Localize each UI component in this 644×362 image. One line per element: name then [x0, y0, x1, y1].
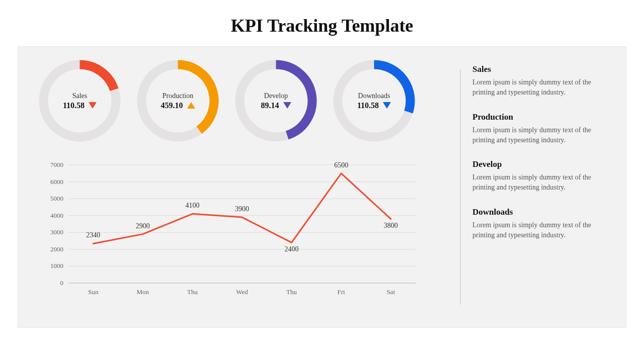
- x-tick-label: Sat: [386, 288, 395, 296]
- x-tick-label: Wed: [236, 288, 248, 296]
- gauge-label: Develop: [264, 92, 288, 100]
- trend-down-icon: [89, 102, 97, 109]
- side-text: Lorem ipsum is simply dummy text of the …: [472, 77, 611, 98]
- data-point-label: 6500: [334, 161, 348, 169]
- vertical-divider: [460, 69, 461, 305]
- y-tick-label: 0: [60, 279, 64, 287]
- data-point-label: 2400: [285, 245, 299, 253]
- dashboard-panel: Sales 110.58 Production 459.10: [18, 46, 626, 328]
- x-tick-label: Thu: [286, 288, 297, 296]
- trend-up-icon: [187, 102, 195, 109]
- main-area: Sales 110.58 Production 459.10: [18, 47, 460, 327]
- y-tick-label: 1000: [50, 262, 63, 269]
- side-heading: Production: [472, 112, 611, 122]
- y-tick-label: 2000: [50, 245, 63, 253]
- side-text: Lorem ipsum is simply dummy text of the …: [472, 220, 611, 241]
- side-heading: Sales: [472, 64, 611, 74]
- side-block-develop: Develop Lorem ipsum is simply dummy text…: [472, 159, 611, 193]
- y-tick-label: 5000: [50, 195, 63, 202]
- side-heading: Downloads: [472, 207, 611, 217]
- x-tick-label: Thu: [187, 288, 198, 296]
- gauge-downloads: Downloads 110.58: [333, 59, 416, 142]
- side-block-downloads: Downloads Lorem ipsum is simply dummy te…: [472, 207, 611, 241]
- y-tick-label: 6000: [50, 178, 63, 186]
- x-tick-label: Mon: [137, 288, 149, 296]
- y-tick-label: 3000: [50, 228, 63, 236]
- line-chart-container: 0100020003000400050006000700023402900410…: [33, 157, 450, 317]
- data-point-label: 2900: [136, 222, 150, 230]
- side-panel: Sales Lorem ipsum is simply dummy text o…: [460, 47, 626, 327]
- data-point-label: 2340: [86, 231, 100, 239]
- gauge-value: 110.58: [357, 101, 379, 110]
- trend-down-icon: [383, 102, 391, 109]
- x-tick-label: Fri: [338, 288, 346, 296]
- gauge-develop: Develop 89.14: [234, 59, 317, 142]
- gauge-label: Downloads: [358, 92, 390, 100]
- gauge-value: 110.58: [63, 101, 85, 110]
- data-point-label: 3900: [235, 205, 249, 213]
- side-block-production: Production Lorem ipsum is simply dummy t…: [472, 112, 611, 146]
- gauge-value: 459.10: [161, 101, 183, 110]
- y-tick-label: 7000: [50, 161, 63, 168]
- side-text: Lorem ipsum is simply dummy text of the …: [472, 172, 611, 193]
- y-tick-label: 4000: [50, 212, 63, 219]
- data-point-label: 3800: [384, 222, 398, 229]
- x-tick-label: Sun: [88, 288, 99, 296]
- gauges-row: Sales 110.58 Production 459.10: [33, 59, 450, 142]
- data-point-label: 4100: [185, 202, 199, 209]
- line-chart: 0100020003000400050006000700023402900410…: [33, 157, 426, 303]
- trend-down-icon: [283, 102, 291, 109]
- gauge-label: Sales: [72, 92, 88, 100]
- side-text: Lorem ipsum is simply dummy text of the …: [472, 125, 611, 146]
- page: KPI Tracking Template Sales 110.58: [0, 0, 644, 362]
- page-title: KPI Tracking Template: [0, 0, 644, 46]
- side-heading: Develop: [472, 159, 611, 169]
- gauge-value: 89.14: [261, 101, 279, 110]
- gauge-production: Production 459.10: [136, 59, 219, 142]
- gauge-label: Production: [163, 92, 193, 100]
- side-block-sales: Sales Lorem ipsum is simply dummy text o…: [472, 64, 611, 98]
- gauge-sales: Sales 110.58: [38, 59, 121, 142]
